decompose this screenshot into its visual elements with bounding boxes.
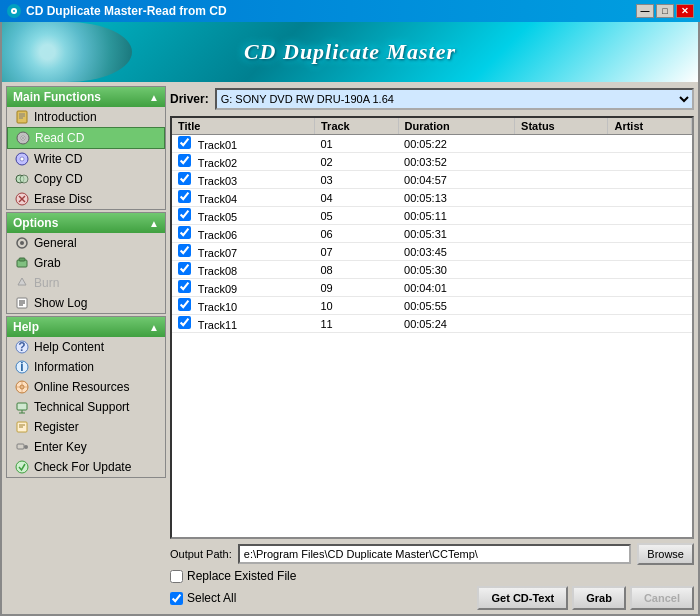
svg-rect-3 — [17, 111, 27, 123]
sidebar-section-help-header[interactable]: Help ▲ — [7, 317, 165, 337]
table-row: Track05 05 00:05:11 — [172, 207, 692, 225]
write-cd-label: Write CD — [34, 152, 82, 166]
sidebar-item-grab[interactable]: Grab — [7, 253, 165, 273]
general-icon — [15, 236, 29, 250]
track-checkbox-9[interactable] — [178, 298, 191, 311]
information-icon: i — [15, 360, 29, 374]
track-checkbox-7[interactable] — [178, 262, 191, 275]
cell-title-8: Track09 — [172, 279, 314, 297]
cell-title-1: Track02 — [172, 153, 314, 171]
track-checkbox-8[interactable] — [178, 280, 191, 293]
svg-point-11 — [20, 157, 24, 161]
help-content-icon: ? — [15, 340, 29, 354]
enter-key-label: Enter Key — [34, 440, 87, 454]
close-button[interactable]: ✕ — [676, 4, 694, 18]
table-row: Track08 08 00:05:30 — [172, 261, 692, 279]
sidebar-item-copy-cd[interactable]: Copy CD — [7, 169, 165, 189]
sidebar-item-write-cd[interactable]: Write CD — [7, 149, 165, 169]
table-row: Track02 02 00:03:52 — [172, 153, 692, 171]
sidebar-item-introduction[interactable]: Introduction — [7, 107, 165, 127]
track-checkbox-3[interactable] — [178, 190, 191, 203]
replace-file-row: Replace Existed File — [170, 569, 694, 583]
erase-disc-label: Erase Disc — [34, 192, 92, 206]
cell-duration-4: 00:05:11 — [398, 207, 515, 225]
sidebar-item-check-for-update[interactable]: Check For Update — [7, 457, 165, 477]
main-panel: Driver: G: SONY DVD RW DRU-190A 1.64 Tit… — [170, 86, 694, 610]
cell-artist-1 — [608, 153, 692, 171]
track-checkbox-2[interactable] — [178, 172, 191, 185]
track-checkbox-6[interactable] — [178, 244, 191, 257]
cell-artist-7 — [608, 261, 692, 279]
sidebar-item-technical-support[interactable]: Technical Support — [7, 397, 165, 417]
title-bar: CD Duplicate Master-Read from CD — □ ✕ — [0, 0, 700, 22]
track-checkbox-4[interactable] — [178, 208, 191, 221]
sidebar-item-erase-disc[interactable]: Erase Disc — [7, 189, 165, 209]
select-all-label: Select All — [187, 591, 236, 605]
general-label: General — [34, 236, 77, 250]
sidebar-item-read-cd[interactable]: Read CD — [7, 127, 165, 149]
cell-status-2 — [515, 171, 608, 189]
erase-disc-icon — [15, 192, 29, 206]
cell-track-7: 08 — [314, 261, 398, 279]
svg-point-2 — [13, 10, 15, 12]
col-artist: Artist — [608, 118, 692, 135]
table-header-row: Title Track Duration Status Artist — [172, 118, 692, 135]
bottom-controls: Replace Existed File Select All Get CD-T… — [170, 569, 694, 610]
browse-button[interactable]: Browse — [637, 543, 694, 565]
cell-status-10 — [515, 315, 608, 333]
track-checkbox-0[interactable] — [178, 136, 191, 149]
col-status: Status — [515, 118, 608, 135]
cell-duration-10: 00:05:24 — [398, 315, 515, 333]
svg-point-42 — [16, 461, 28, 473]
maximize-button[interactable]: □ — [656, 4, 674, 18]
copy-cd-icon — [15, 172, 29, 186]
sidebar-item-general[interactable]: General — [7, 233, 165, 253]
check-for-update-label: Check For Update — [34, 460, 131, 474]
sidebar-section-options-header[interactable]: Options ▲ — [7, 213, 165, 233]
cell-title-6: Track07 — [172, 243, 314, 261]
banner-title: CD Duplicate Master — [244, 39, 456, 65]
online-resources-label: Online Resources — [34, 380, 129, 394]
track-checkbox-1[interactable] — [178, 154, 191, 167]
introduction-label: Introduction — [34, 110, 97, 124]
sidebar-section-main-functions-header[interactable]: Main Functions ▲ — [7, 87, 165, 107]
svg-point-13 — [20, 175, 28, 183]
information-label: Information — [34, 360, 94, 374]
track-checkbox-5[interactable] — [178, 226, 191, 239]
options-chevron: ▲ — [149, 218, 159, 229]
sidebar-item-online-resources[interactable]: Online Resources — [7, 377, 165, 397]
sidebar-item-help-content[interactable]: ? Help Content — [7, 337, 165, 357]
cell-title-9: Track10 — [172, 297, 314, 315]
svg-rect-34 — [17, 403, 27, 410]
banner: CD Duplicate Master — [2, 22, 698, 82]
cell-track-2: 03 — [314, 171, 398, 189]
title-bar-text: CD Duplicate Master-Read from CD — [26, 4, 227, 18]
svg-text:?: ? — [18, 340, 25, 354]
replace-existed-file-checkbox[interactable] — [170, 570, 183, 583]
cell-title-7: Track08 — [172, 261, 314, 279]
sidebar-item-enter-key[interactable]: Enter Key — [7, 437, 165, 457]
output-path-input[interactable] — [238, 544, 632, 564]
track-table: Title Track Duration Status Artist Track… — [172, 118, 692, 333]
grab-button[interactable]: Grab — [572, 586, 626, 610]
read-cd-icon — [16, 131, 30, 145]
output-path-label: Output Path: — [170, 548, 232, 560]
register-label: Register — [34, 420, 79, 434]
minimize-button[interactable]: — — [636, 4, 654, 18]
replace-existed-file-label: Replace Existed File — [187, 569, 296, 583]
cell-status-7 — [515, 261, 608, 279]
driver-label: Driver: — [170, 92, 209, 106]
write-cd-icon — [15, 152, 29, 166]
sidebar-item-information[interactable]: i Information — [7, 357, 165, 377]
svg-rect-40 — [17, 444, 24, 449]
cell-track-6: 07 — [314, 243, 398, 261]
read-cd-label: Read CD — [35, 131, 84, 145]
cancel-button[interactable]: Cancel — [630, 586, 694, 610]
sidebar-item-show-log[interactable]: Show Log — [7, 293, 165, 313]
driver-select[interactable]: G: SONY DVD RW DRU-190A 1.64 — [215, 88, 694, 110]
sidebar-item-register[interactable]: Register — [7, 417, 165, 437]
track-checkbox-10[interactable] — [178, 316, 191, 329]
get-cd-text-button[interactable]: Get CD-Text — [477, 586, 568, 610]
cell-duration-8: 00:04:01 — [398, 279, 515, 297]
select-all-checkbox[interactable] — [170, 592, 183, 605]
